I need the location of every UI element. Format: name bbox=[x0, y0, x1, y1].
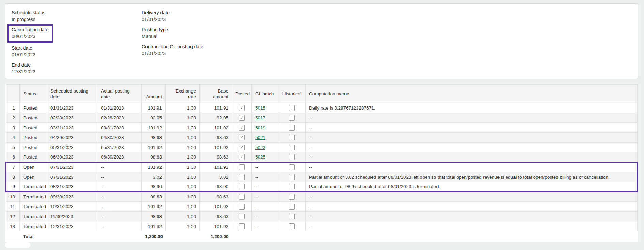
historical-checkbox[interactable] bbox=[289, 174, 295, 180]
posted-checkbox[interactable] bbox=[239, 154, 245, 160]
posting-type-label: Posting type bbox=[142, 26, 203, 33]
historical-checkbox[interactable] bbox=[289, 223, 295, 229]
posted-cell bbox=[232, 192, 252, 202]
computation-memo-cell: Partial amount of 98.9 scheduled after 0… bbox=[306, 182, 638, 192]
historical-checkbox[interactable] bbox=[289, 115, 295, 121]
historical-checkbox[interactable] bbox=[289, 105, 295, 111]
historical-checkbox[interactable] bbox=[289, 154, 295, 160]
gl-batch-link[interactable]: 5017 bbox=[255, 115, 265, 120]
header-row: StatusScheduled posting dateActual posti… bbox=[6, 85, 638, 103]
actual-posting-date-cell: -- bbox=[97, 172, 142, 182]
gl-batch-cell: -- bbox=[252, 172, 278, 182]
gl-batch-link[interactable]: 5019 bbox=[255, 125, 265, 130]
exchange-rate-cell: 1.00 bbox=[166, 212, 200, 221]
amount-cell: 101.92 bbox=[142, 221, 166, 231]
historical-cell bbox=[278, 221, 306, 231]
exchange-rate-cell: 1.00 bbox=[166, 182, 200, 192]
exchange-rate-cell: 1.00 bbox=[166, 113, 200, 123]
amount-cell: 98.63 bbox=[142, 152, 166, 162]
exchange-rate-cell: 1.00 bbox=[166, 192, 200, 202]
posted-checkbox[interactable] bbox=[239, 164, 245, 170]
historical-checkbox[interactable] bbox=[289, 204, 295, 210]
historical-checkbox[interactable] bbox=[289, 125, 295, 131]
posted-checkbox[interactable] bbox=[239, 204, 245, 210]
posted-cell bbox=[232, 212, 252, 221]
table-row: 11Terminated10/31/2023--101.921.00101.92… bbox=[6, 202, 638, 212]
computation-memo-cell: -- bbox=[306, 192, 638, 202]
historical-checkbox[interactable] bbox=[289, 194, 295, 200]
start-date-label: Start date bbox=[12, 45, 53, 51]
status-cell: Posted bbox=[20, 143, 47, 152]
total-empty-cell bbox=[232, 231, 252, 242]
schedule-info-panel: Schedule status In progress Cancellation… bbox=[5, 3, 638, 79]
posted-checkbox[interactable] bbox=[239, 105, 245, 111]
base-amount-cell: 98.63 bbox=[200, 133, 232, 143]
computation-memo-cell: -- bbox=[306, 152, 638, 162]
historical-checkbox[interactable] bbox=[289, 184, 295, 189]
row-number-cell: 1 bbox=[6, 103, 20, 113]
column-header-base-amount: Base amount bbox=[200, 85, 232, 103]
gl-batch-link[interactable]: 5015 bbox=[255, 105, 265, 111]
status-cell: Posted bbox=[20, 123, 47, 133]
column-header-computation-memo: Computation memo bbox=[306, 85, 638, 103]
scheduled-posting-date-cell: 06/30/2023 bbox=[47, 152, 97, 162]
gl-batch-link[interactable]: 5025 bbox=[255, 154, 265, 160]
exchange-rate-cell: 1.00 bbox=[166, 133, 200, 143]
status-cell: Terminated bbox=[20, 192, 47, 202]
base-amount-cell: 98.63 bbox=[200, 152, 232, 162]
total-empty-cell bbox=[97, 231, 142, 242]
historical-checkbox[interactable] bbox=[289, 145, 295, 150]
end-date-value: 12/31/2023 bbox=[12, 68, 53, 75]
cancellation-date-label: Cancellation date bbox=[12, 26, 48, 33]
posting-type-value: Manual bbox=[142, 33, 203, 40]
gl-batch-link[interactable]: 5021 bbox=[255, 135, 265, 140]
schedule-status-label: Schedule status bbox=[12, 9, 53, 16]
scheduled-posting-date-cell: 11/30/2023 bbox=[47, 212, 97, 221]
historical-checkbox[interactable] bbox=[289, 214, 295, 219]
computation-memo-cell: -- bbox=[306, 212, 638, 221]
cancellation-date-value: 08/01/2023 bbox=[12, 33, 48, 40]
posted-checkbox[interactable] bbox=[239, 135, 245, 140]
amount-cell: 98.63 bbox=[142, 133, 166, 143]
status-cell: Terminated bbox=[20, 182, 47, 192]
total-amount: 1,200.00 bbox=[142, 231, 166, 242]
scheduled-posting-date-cell: 08/31/2023 bbox=[47, 182, 97, 192]
actual-posting-date-cell: -- bbox=[97, 182, 142, 192]
posted-checkbox[interactable] bbox=[239, 115, 245, 121]
table-row: 5Posted05/31/202305/31/2023101.921.00101… bbox=[6, 143, 638, 152]
historical-checkbox[interactable] bbox=[289, 164, 295, 170]
status-cell: Open bbox=[20, 172, 47, 182]
total-base-amount: 1,200.00 bbox=[200, 231, 232, 242]
schedule-table-head: StatusScheduled posting dateActual posti… bbox=[6, 85, 638, 103]
row-number-cell: 11 bbox=[6, 202, 20, 212]
posted-checkbox[interactable] bbox=[239, 174, 245, 180]
contract-line-gl-posting-date-label: Contract line GL posting date bbox=[142, 43, 203, 50]
posted-checkbox[interactable] bbox=[239, 145, 245, 150]
posted-checkbox[interactable] bbox=[239, 125, 245, 131]
field-cancellation-date: Cancellation date 08/01/2023 bbox=[7, 24, 53, 43]
scheduled-posting-date-cell: 02/28/2023 bbox=[47, 113, 97, 123]
gl-batch-cell: -- bbox=[252, 221, 278, 231]
posted-cell bbox=[232, 182, 252, 192]
total-empty-cell bbox=[47, 231, 97, 242]
historical-checkbox[interactable] bbox=[289, 135, 295, 140]
table-row: 6Posted06/30/202306/30/202398.631.0098.6… bbox=[6, 152, 638, 162]
gl-batch-link[interactable]: 5023 bbox=[255, 145, 265, 150]
status-cell: Posted bbox=[20, 133, 47, 143]
total-empty-cell bbox=[166, 231, 200, 242]
posted-checkbox[interactable] bbox=[239, 194, 245, 200]
horizontal-scrollbar-thumb[interactable] bbox=[5, 242, 30, 248]
computation-memo-cell: Partial amount of 3.02 scheduled after 0… bbox=[306, 172, 638, 182]
column-header-gl-batch: GL batch bbox=[252, 85, 278, 103]
posted-checkbox[interactable] bbox=[239, 184, 245, 189]
gl-batch-cell: 5025 bbox=[252, 152, 278, 162]
end-date-label: End date bbox=[12, 62, 53, 68]
base-amount-cell: 101.92 bbox=[200, 202, 232, 212]
posted-checkbox[interactable] bbox=[239, 214, 245, 219]
posted-checkbox[interactable] bbox=[239, 223, 245, 229]
posted-cell bbox=[232, 143, 252, 152]
exchange-rate-cell: 1.00 bbox=[166, 221, 200, 231]
gl-batch-cell: -- bbox=[252, 182, 278, 192]
gl-batch-cell: 5017 bbox=[252, 113, 278, 123]
total-empty-cell bbox=[306, 231, 638, 242]
